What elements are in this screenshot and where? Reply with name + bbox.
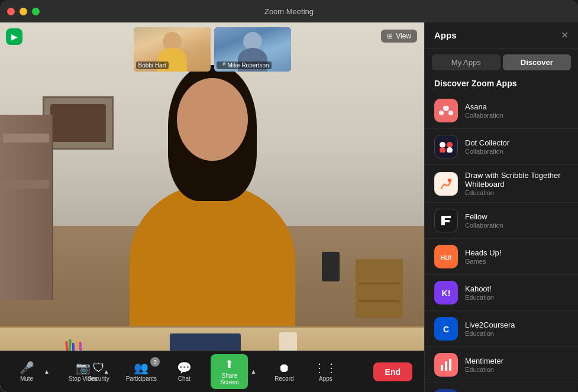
title-bar: Zoom Meeting bbox=[0, 0, 578, 22]
svg-rect-7 bbox=[437, 174, 456, 193]
traffic-lights bbox=[7, 8, 40, 15]
mute-button[interactable]: 🎤 Mute bbox=[12, 359, 41, 384]
bookcase bbox=[0, 115, 53, 300]
person-body bbox=[130, 184, 295, 336]
participants-button[interactable]: 👥 Participants 3 bbox=[125, 359, 158, 384]
svg-text:K!: K! bbox=[442, 289, 451, 298]
view-button[interactable]: ⊞ View bbox=[381, 30, 417, 43]
end-button[interactable]: End bbox=[373, 362, 412, 381]
app-category-kahoot: Education bbox=[465, 294, 569, 301]
app-icon-draw bbox=[434, 172, 458, 196]
chat-button[interactable]: 💬 Chat bbox=[169, 359, 199, 384]
close-button[interactable] bbox=[7, 8, 15, 15]
record-button[interactable]: ⏺ Record bbox=[269, 359, 299, 384]
apps-button[interactable]: ⋮⋮ Apps bbox=[311, 359, 340, 384]
toolbar-right: End bbox=[373, 362, 412, 381]
app-item-kahoot[interactable]: K! Kahoot! Education bbox=[425, 275, 578, 311]
mic-muted-icon: 🎤 bbox=[219, 62, 226, 69]
app-item-asana[interactable]: Asana Collaboration bbox=[425, 93, 578, 129]
app-name-heads-up: Heads Up! bbox=[465, 248, 569, 257]
zoom-window: Zoom Meeting ▶ Bobbi Hart bbox=[0, 0, 578, 392]
app-info-mentimeter: Mentimeter Education bbox=[465, 357, 569, 373]
svg-point-5 bbox=[440, 147, 445, 153]
share-screen-group: ⬆ Share Screen ▲ bbox=[211, 354, 257, 389]
app-info-asana: Asana Collaboration bbox=[465, 102, 569, 119]
share-screen-icon: ⬆ bbox=[225, 358, 234, 371]
record-icon: ⏺ bbox=[278, 362, 290, 374]
app-info-dot-collector: Dot Collector Collaboration bbox=[465, 138, 569, 155]
apps-panel-header: Apps ✕ bbox=[425, 22, 578, 48]
mute-label: Mute bbox=[20, 375, 33, 382]
app-item-draw-scribble[interactable]: Draw with Scribble Together Whiteboard E… bbox=[425, 165, 578, 203]
app-icon-mentimeter bbox=[434, 353, 458, 377]
shield-icon: 🛡 bbox=[93, 362, 105, 374]
app-category-live2coursera: Education bbox=[465, 330, 569, 337]
app-name-draw: Draw with Scribble Together Whiteboard bbox=[465, 171, 569, 189]
svg-point-1 bbox=[439, 111, 444, 115]
participants-icon: 👥 bbox=[134, 362, 148, 374]
app-name-mentimeter: Mentimeter bbox=[465, 357, 569, 365]
app-icon-dot-collector bbox=[434, 135, 458, 158]
svg-point-6 bbox=[447, 147, 453, 153]
discover-heading: Discover Zoom Apps bbox=[425, 76, 578, 93]
app-item-dot-collector[interactable]: Dot Collector Collaboration bbox=[425, 129, 578, 165]
fullscreen-button[interactable] bbox=[32, 8, 40, 15]
app-category-dot-collector: Collaboration bbox=[465, 148, 569, 155]
app-item-wooclap[interactable]: W Wooclap Education bbox=[425, 383, 578, 392]
chat-icon: 💬 bbox=[177, 362, 192, 374]
participants-badge: 3 bbox=[150, 357, 160, 367]
svg-rect-18 bbox=[445, 361, 447, 371]
camera-view bbox=[0, 22, 424, 392]
app-name-fellow: Fellow bbox=[465, 212, 569, 221]
share-screen-button[interactable]: ⬆ Share Screen bbox=[211, 354, 248, 389]
svg-rect-17 bbox=[441, 365, 443, 371]
grid-icon: ⊞ bbox=[387, 32, 393, 40]
participant-thumb-bobbi[interactable]: Bobbi Hart bbox=[134, 27, 211, 72]
app-item-mentimeter[interactable]: Mentimeter Education bbox=[425, 347, 578, 383]
apps-panel: Apps ✕ My Apps Discover Discover Zoom Ap… bbox=[424, 22, 578, 392]
window-title: Zoom Meeting bbox=[264, 7, 314, 16]
app-info-draw: Draw with Scribble Together Whiteboard E… bbox=[465, 171, 569, 196]
app-item-live2coursera[interactable]: C Live2Coursera Education bbox=[425, 311, 578, 347]
app-icon-kahoot: K! bbox=[434, 281, 458, 304]
share-chevron[interactable]: ▲ bbox=[250, 368, 258, 375]
participant-thumb-mike[interactable]: 🎤 Mike Robertson bbox=[214, 27, 291, 72]
app-icon-asana bbox=[434, 99, 458, 122]
apps-panel-title: Apps bbox=[434, 30, 457, 40]
app-item-fellow[interactable]: Fellow Collaboration bbox=[425, 203, 578, 239]
minimize-button[interactable] bbox=[20, 8, 27, 15]
tab-my-apps[interactable]: My Apps bbox=[432, 54, 500, 70]
mute-group: 🎤 Mute ▲ bbox=[12, 359, 51, 384]
svg-point-0 bbox=[443, 106, 449, 111]
app-icon-heads-up: HU! bbox=[434, 245, 458, 268]
participants-strip: Bobbi Hart 🎤 Mike Robertson bbox=[134, 27, 291, 72]
participant-label-bobbi: Bobbi Hart bbox=[136, 61, 169, 69]
participants-label: Participants bbox=[126, 375, 157, 382]
app-info-fellow: Fellow Collaboration bbox=[465, 212, 569, 229]
main-person-figure bbox=[112, 60, 313, 337]
main-video bbox=[0, 22, 424, 392]
security-button[interactable]: 🛡 Security bbox=[84, 359, 114, 384]
svg-rect-19 bbox=[449, 359, 451, 371]
apps-close-button[interactable]: ✕ bbox=[561, 30, 569, 41]
video-area: ▶ Bobbi Hart bbox=[0, 22, 424, 392]
mute-chevron[interactable]: ▲ bbox=[43, 368, 51, 375]
app-icon-wooclap: W bbox=[434, 389, 458, 392]
svg-point-3 bbox=[440, 142, 445, 148]
app-info-live2coursera: Live2Coursera Education bbox=[465, 320, 569, 337]
app-icon-fellow bbox=[434, 209, 458, 232]
app-item-heads-up[interactable]: HU! Heads Up! Games bbox=[425, 239, 578, 275]
svg-point-2 bbox=[448, 111, 453, 115]
toolbar: 🎤 Mute ▲ 📷 Stop Video ▲ bbox=[0, 351, 424, 392]
app-category-asana: Collaboration bbox=[465, 112, 569, 119]
app-category-fellow: Collaboration bbox=[465, 222, 569, 229]
tab-discover[interactable]: Discover bbox=[503, 54, 571, 70]
app-name-asana: Asana bbox=[465, 102, 569, 111]
app-category-draw: Education bbox=[465, 189, 569, 196]
person-hair bbox=[168, 65, 257, 201]
toolbar-center: 🛡 Security 👥 Participants 3 💬 C bbox=[84, 354, 341, 389]
app-info-kahoot: Kahoot! Education bbox=[465, 284, 569, 301]
app-name-dot-collector: Dot Collector bbox=[465, 138, 569, 147]
apps-icon: ⋮⋮ bbox=[314, 362, 337, 374]
apps-tabs: My Apps Discover bbox=[425, 48, 578, 76]
